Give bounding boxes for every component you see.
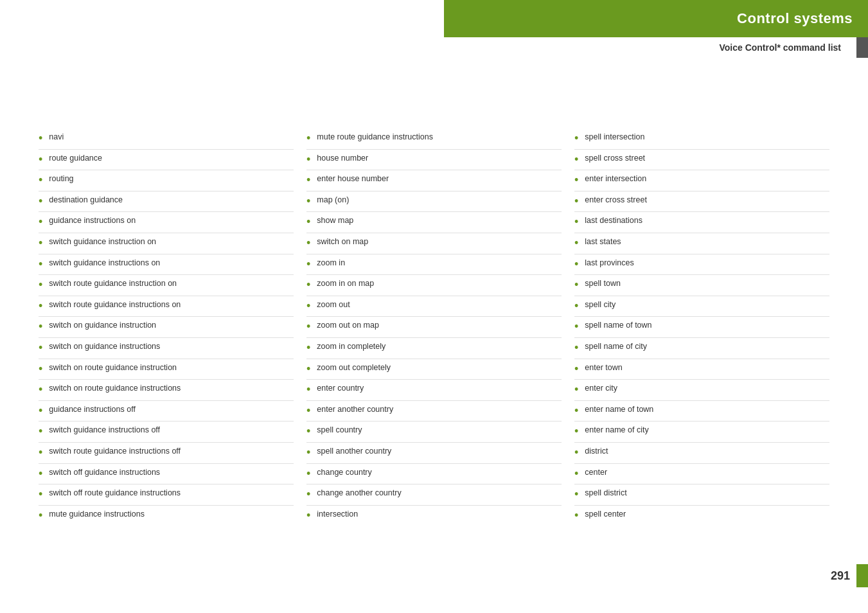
header-subtitle-text: Voice Control* command list [719,39,856,57]
bullet-icon: • [39,341,42,355]
list-item: •zoom out completely [306,359,562,380]
item-text: enter intersection [585,173,646,185]
bullet-icon: • [306,258,310,272]
list-item: •zoom in completely [306,338,562,359]
item-text: switch guidance instructions off [49,425,160,436]
item-text: change another country [317,488,401,499]
list-item: •switch on route guidance instruction [39,359,294,380]
list-item: •spell city [574,296,829,317]
list-item: •enter name of city [574,422,829,443]
item-text: navi [49,132,64,143]
list-item: •district [574,443,829,464]
bullet-icon: • [39,446,42,460]
bullet-icon: • [574,425,578,439]
bullet-icon: • [39,425,42,439]
list-item: •route guidance [39,150,294,171]
item-text: district [585,446,608,458]
bullet-icon: • [574,258,578,272]
bullet-icon: • [306,404,310,418]
item-text: spell name of town [585,320,651,332]
list-item: •guidance instructions on [39,212,294,233]
item-text: change country [317,467,371,479]
page-container: Control systems Voice Control* command l… [0,0,868,613]
bullet-icon: • [306,425,310,439]
item-text: show map [317,215,353,227]
bullet-icon: • [306,153,310,167]
bullet-icon: • [574,320,578,334]
list-item: •last states [574,233,829,254]
item-text: zoom out [317,299,350,311]
item-text: spell town [585,278,621,290]
bullet-icon: • [574,362,578,377]
bullet-icon: • [39,488,42,502]
list-item: •routing [39,170,294,191]
item-text: enter country [317,383,364,395]
item-text: enter city [585,383,617,395]
item-text: switch guidance instruction on [49,236,156,248]
list-item: •enter town [574,359,829,380]
bullet-icon: • [306,446,310,460]
item-text: switch on route guidance instructions [49,383,181,395]
list-item: •center [574,464,829,485]
bullet-icon: • [39,509,42,523]
list-item: •switch guidance instructions off [39,422,294,443]
list-item: •enter intersection [574,170,829,191]
bullet-icon: • [39,467,42,481]
list-item: •spell name of city [574,338,829,359]
bullet-icon: • [306,215,310,229]
item-text: last destinations [585,215,642,227]
page-number-block: 291 [831,564,868,587]
bullet-icon: • [574,299,578,314]
bullet-icon: • [574,509,578,523]
page-number-tab [856,564,868,587]
item-text: intersection [317,509,358,520]
item-text: last states [585,236,621,248]
list-item: •spell district [574,484,829,506]
list-item: •switch route guidance instruction on [39,275,294,296]
bullet-icon: • [574,195,578,209]
list-item: •switch on guidance instruction [39,317,294,338]
list-item: •last destinations [574,212,829,233]
list-item: •intersection [306,506,562,526]
bullet-icon: • [39,362,42,377]
bullet-icon: • [306,320,310,334]
list-item: •spell intersection [574,129,829,150]
list-item: •change country [306,464,562,485]
list-item: •enter city [574,380,829,401]
bullet-icon: • [306,341,310,355]
content-area: •navi•route guidance•routing•destination… [39,129,829,526]
list-item: •spell town [574,275,829,296]
list-item: •zoom in [306,254,562,276]
bullet-icon: • [306,362,310,377]
bullet-icon: • [574,153,578,167]
bullet-icon: • [574,383,578,397]
item-text: mute guidance instructions [49,509,145,520]
bullet-icon: • [574,341,578,355]
bullet-icon: • [574,446,578,460]
bullet-icon: • [39,215,42,229]
list-item: •spell cross street [574,150,829,171]
bullet-icon: • [306,509,310,523]
list-item: •spell center [574,506,829,526]
header-block: Control systems Voice Control* command l… [444,0,868,58]
item-text: switch guidance instructions on [49,258,160,269]
bullet-icon: • [574,404,578,418]
item-text: routing [49,173,73,185]
list-item: •zoom in on map [306,275,562,296]
item-text: zoom in on map [317,278,374,290]
bullet-icon: • [306,299,310,314]
item-text: switch on guidance instructions [49,341,160,353]
bullet-icon: • [574,132,578,146]
item-text: guidance instructions off [49,404,136,416]
list-item: •navi [39,129,294,150]
bullet-icon: • [39,383,42,397]
bullet-icon: • [574,488,578,502]
item-text: zoom in [317,258,345,269]
bullet-icon: • [306,173,310,188]
item-text: destination guidance [49,195,123,206]
bullet-icon: • [306,488,310,502]
item-text: guidance instructions on [49,215,136,227]
list-item: •spell country [306,422,562,443]
bullet-icon: • [39,299,42,314]
item-text: switch off route guidance instructions [49,488,181,499]
